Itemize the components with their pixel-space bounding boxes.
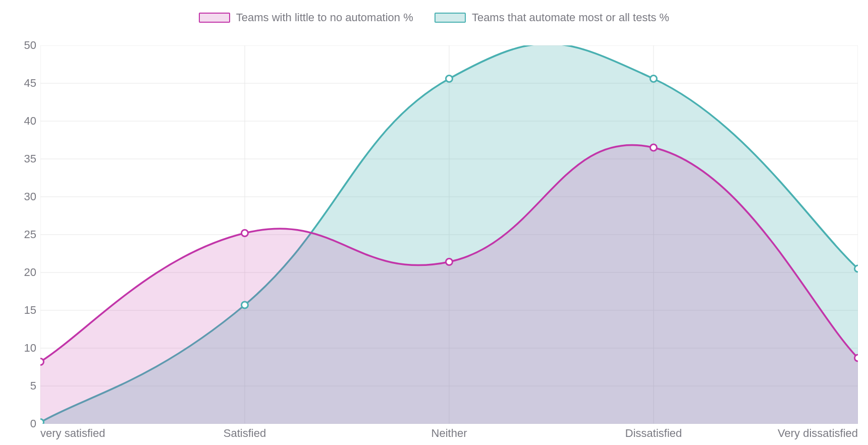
y-tick-30: 30 <box>0 190 36 203</box>
legend-label-b: Teams that automate most or all tests % <box>472 11 669 24</box>
y-tick-10: 10 <box>0 342 36 355</box>
x-tick-2: Neither <box>431 427 467 440</box>
y-tick-35: 35 <box>0 152 36 165</box>
data-point[interactable] <box>855 265 858 272</box>
data-point[interactable] <box>40 419 44 424</box>
legend: Teams with little to no automation % Tea… <box>0 11 868 26</box>
data-point[interactable] <box>40 359 44 365</box>
y-tick-40: 40 <box>0 115 36 128</box>
x-tick-4: Very dissatisfied <box>778 427 858 440</box>
legend-item-series-a[interactable]: Teams with little to no automation % <box>199 11 413 24</box>
data-point[interactable] <box>650 76 657 82</box>
x-axis-ticks: very satisfied Satisfied Neither Dissati… <box>40 427 858 442</box>
y-axis-ticks: 0 5 10 15 20 25 30 35 40 45 50 <box>0 45 36 424</box>
data-point[interactable] <box>650 144 657 151</box>
y-tick-20: 20 <box>0 266 36 279</box>
plot-svg <box>40 45 858 424</box>
chart-container: Teams with little to no automation % Tea… <box>0 0 868 445</box>
data-point[interactable] <box>446 76 453 82</box>
x-tick-3: Dissatisfied <box>625 427 682 440</box>
plot-area <box>40 45 858 424</box>
y-tick-25: 25 <box>0 228 36 241</box>
legend-item-series-b[interactable]: Teams that automate most or all tests % <box>435 11 669 24</box>
x-tick-0: very satisfied <box>40 427 105 440</box>
data-point[interactable] <box>242 302 248 308</box>
data-point[interactable] <box>855 355 858 361</box>
y-tick-50: 50 <box>0 39 36 52</box>
y-tick-45: 45 <box>0 77 36 90</box>
legend-swatch-a <box>199 13 230 23</box>
data-point[interactable] <box>446 259 453 265</box>
legend-swatch-b <box>435 13 466 23</box>
data-point[interactable] <box>242 230 248 237</box>
y-tick-0: 0 <box>0 417 36 430</box>
legend-label-a: Teams with little to no automation % <box>236 11 413 24</box>
y-tick-15: 15 <box>0 304 36 317</box>
x-tick-1: Satisfied <box>224 427 266 440</box>
y-tick-5: 5 <box>0 379 36 393</box>
